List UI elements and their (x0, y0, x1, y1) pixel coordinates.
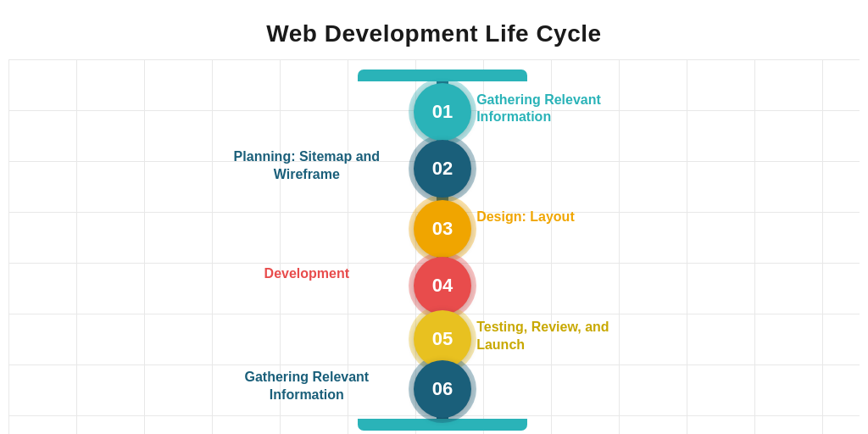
step-label-2: Planning: Sitemap andWireframe (222, 148, 392, 184)
step-label-4: Development (222, 265, 392, 283)
step-node-4: 04 (414, 257, 471, 314)
step-node-2: 02 (414, 140, 471, 198)
step-node-1: 01 (414, 83, 471, 141)
step-label-5: Testing, Review, andLaunch (476, 319, 646, 354)
step-node-6: 06 (414, 360, 471, 418)
step-label-6: Gathering RelevantInformation (222, 369, 392, 404)
step-node-5: 05 (414, 310, 471, 368)
main-container: Web Development Life Cycle 01Gathering R… (8, 8, 860, 434)
page-title: Web Development Life Cycle (266, 20, 601, 47)
lifecycle-diagram: 01Gathering RelevantInformation02Plannin… (8, 54, 860, 434)
step-label-3: Design: Layout (476, 209, 646, 226)
step-label-1: Gathering RelevantInformation (476, 92, 646, 127)
step-node-3: 03 (414, 200, 471, 258)
